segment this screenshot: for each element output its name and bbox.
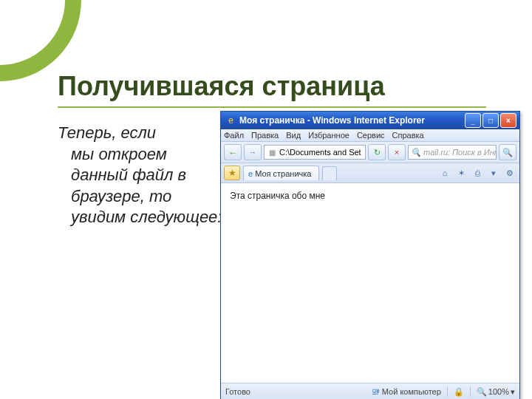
maximize-button[interactable]: □: [482, 113, 499, 128]
address-text: C:\Documents and Set: [279, 148, 361, 157]
zoom-dropdown-icon: ▾: [511, 387, 515, 397]
page-menu-icon[interactable]: ▾: [487, 167, 500, 179]
browser-window: e Моя страничка - Windows Internet Explo…: [220, 111, 520, 399]
menu-help[interactable]: Справка: [392, 131, 424, 140]
titlebar[interactable]: e Моя страничка - Windows Internet Explo…: [221, 112, 519, 129]
zone-text: Мой компьютер: [382, 387, 441, 396]
tab-bar: ★ e Моя страничка ⌂ ✶ ⎙ ▾ ⚙: [221, 163, 519, 183]
forward-button[interactable]: →: [244, 144, 262, 160]
toolbar: ← → ▦ C:\Documents and Set ↻ × 🔍 mail.ru…: [221, 142, 519, 163]
body-rest: мы откроем данный файл в браузере, то ув…: [58, 144, 228, 228]
zoom-icon: 🔍: [477, 387, 487, 397]
page-content: Эта страничка обо мне: [221, 183, 519, 383]
menu-edit[interactable]: Правка: [251, 131, 279, 140]
feeds-icon[interactable]: ✶: [454, 167, 468, 179]
stop-button[interactable]: ×: [388, 144, 406, 160]
tab-title: Моя страничка: [255, 169, 311, 178]
new-tab-button[interactable]: [322, 166, 337, 180]
status-ready: Готово: [225, 387, 250, 396]
menu-bar: Файл Правка Вид Избранное Сервис Справка: [221, 129, 519, 142]
tab-active[interactable]: e Моя страничка: [243, 166, 319, 180]
slide-body: Теперь, если мы откроем данный файл в бр…: [58, 123, 228, 228]
status-sep2: [470, 386, 471, 397]
page-text: Эта страничка обо мне: [230, 191, 325, 201]
search-go-button[interactable]: 🔍: [499, 144, 516, 160]
zoom-control[interactable]: 🔍 100% ▾: [477, 387, 515, 397]
window-title: Моя страничка - Windows Internet Explore…: [239, 115, 465, 126]
window-buttons: _ □ ×: [465, 113, 516, 128]
print-icon[interactable]: ⎙: [471, 167, 484, 179]
menu-file[interactable]: Файл: [224, 131, 244, 140]
body-line1: Теперь, если: [58, 123, 156, 142]
zoom-value: 100%: [488, 387, 509, 396]
search-placeholder: mail.ru: Поиск в Интернете: [423, 148, 497, 157]
protected-mode-icon: 🔒: [454, 387, 464, 397]
home-icon[interactable]: ⌂: [438, 167, 451, 179]
computer-icon: 🖳: [372, 387, 380, 396]
menu-tools[interactable]: Сервис: [357, 131, 385, 140]
search-box[interactable]: 🔍 mail.ru: Поиск в Интернете: [408, 145, 497, 160]
favorites-button[interactable]: ★: [224, 166, 240, 180]
tab-page-icon: e: [248, 169, 253, 178]
decor-arc: [0, 0, 81, 81]
ie-logo-icon: e: [225, 115, 236, 126]
close-button[interactable]: ×: [500, 113, 516, 128]
tools-menu-icon[interactable]: ⚙: [503, 167, 516, 179]
status-bar: Готово 🖳 Мой компьютер 🔒 🔍 100% ▾: [221, 383, 519, 399]
status-sep: [447, 386, 448, 397]
back-button[interactable]: ←: [224, 144, 242, 160]
menu-favorites[interactable]: Избранное: [308, 131, 349, 140]
refresh-button[interactable]: ↻: [368, 144, 386, 160]
title-underline: [58, 106, 486, 108]
security-zone[interactable]: 🖳 Мой компьютер: [372, 387, 441, 396]
slide: Получившаяся страница Теперь, если мы от…: [0, 0, 532, 399]
address-bar[interactable]: ▦ C:\Documents and Set: [264, 145, 366, 160]
search-provider-icon: 🔍: [411, 147, 421, 157]
page-icon: ▦: [267, 147, 277, 157]
minimize-button[interactable]: _: [465, 113, 481, 128]
menu-view[interactable]: Вид: [286, 131, 301, 140]
slide-title: Получившаяся страница: [58, 71, 385, 102]
